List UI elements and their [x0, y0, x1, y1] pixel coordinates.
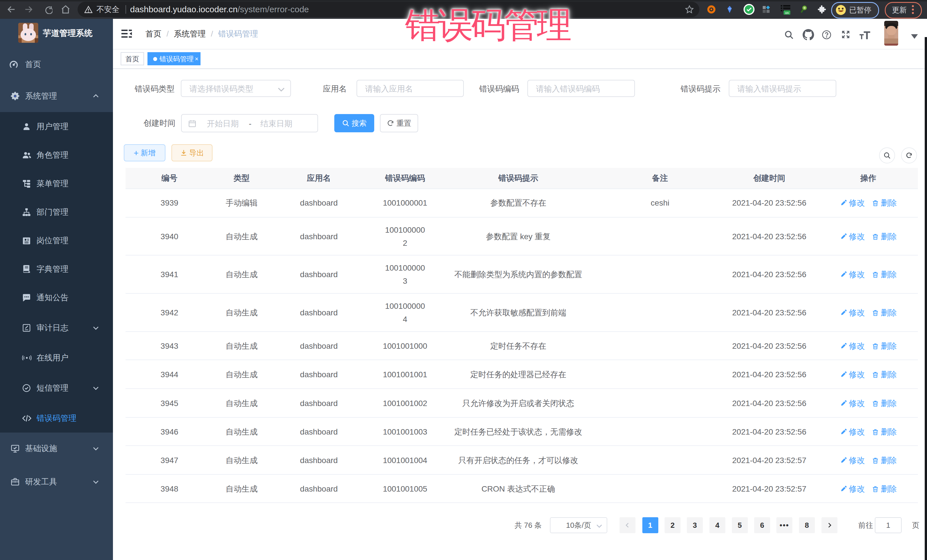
svg-text:on: on [785, 11, 789, 15]
